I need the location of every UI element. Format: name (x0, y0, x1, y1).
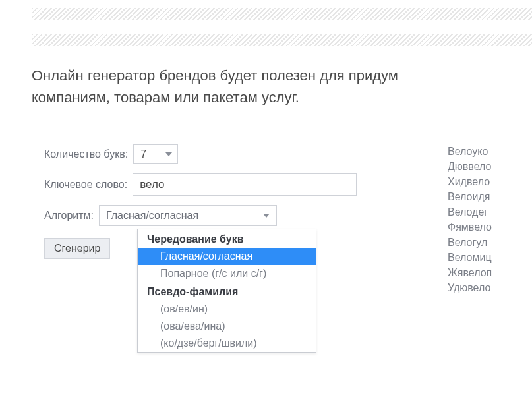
result-item: Велоуко (441, 144, 520, 160)
decorative-stripe-2 (32, 34, 532, 46)
description-line-2: компаниям, товарам или пакетам услуг. (32, 86, 532, 108)
generate-button[interactable]: Сгенерир (44, 238, 110, 259)
result-item: Дюввело (441, 160, 520, 175)
result-item: Велоидя (441, 190, 520, 205)
dropdown-option-ov-ev-in[interactable]: (ов/ев/ин) (138, 301, 316, 318)
letters-select[interactable]: 7 (133, 144, 178, 164)
dropdown-group-1-label: Чередование букв (138, 229, 316, 248)
dropdown-group-2-label: Псевдо-фамилия (138, 282, 316, 301)
dropdown-option-ko-dze-berg[interactable]: (ко/дзе/берг/швили) (138, 335, 316, 352)
generator-panel: Количество букв: 7 Ключевое слово: Алгор… (32, 132, 532, 365)
result-item: Жявелоп (441, 266, 520, 281)
result-item: Фямвело (441, 220, 520, 235)
result-item: Велодег (441, 205, 520, 220)
algorithm-label: Алгоритм: (44, 210, 94, 221)
description-line-1: Онлайн генератор брендов будет полезен д… (32, 67, 398, 84)
chevron-down-icon (263, 214, 270, 218)
letters-label: Количество букв: (44, 148, 128, 160)
dropdown-option-ova-eva-ina[interactable]: (ова/ева/ина) (138, 318, 316, 335)
letters-select-value: 7 (140, 148, 146, 160)
dropdown-option-vowel-consonant[interactable]: Гласная/согласная (138, 248, 316, 265)
result-item: Велогул (441, 235, 520, 250)
result-item: Веломиц (441, 250, 520, 266)
keyword-label: Ключевое слово: (44, 179, 127, 191)
dropdown-option-paired[interactable]: Попарное (г/с или с/г) (138, 265, 316, 282)
algorithm-select-value: Гласная/согласная (106, 210, 198, 221)
decorative-stripe-1 (32, 8, 532, 20)
algorithm-dropdown: Чередование букв Гласная/согласная Попар… (137, 229, 316, 353)
keyword-input[interactable] (133, 173, 357, 196)
algorithm-select[interactable]: Гласная/согласная (99, 205, 277, 226)
page-description: Онлайн генератор брендов будет полезен д… (32, 65, 532, 108)
chevron-down-icon (165, 152, 172, 156)
results-list: Велоуко Дюввело Хидвело Велоидя Велодег … (441, 144, 520, 296)
result-item: Удювело (441, 281, 520, 296)
result-item: Хидвело (441, 175, 520, 190)
